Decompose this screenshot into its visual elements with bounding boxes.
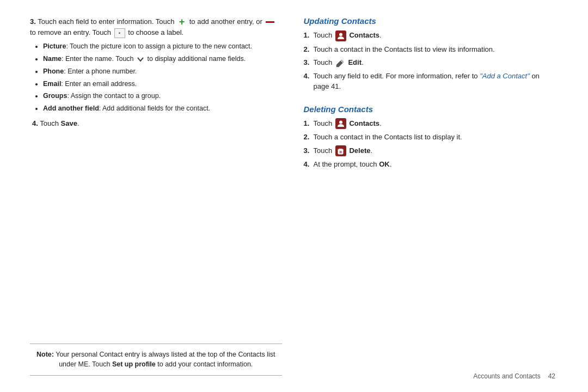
bullet-phone-label: Phone	[43, 68, 64, 75]
bullet-name: Name: Enter the name. Touch to display a…	[43, 54, 282, 64]
step3-para: 3. Touch each field to enter information…	[30, 16, 282, 38]
contacts-icon-1	[335, 30, 346, 41]
updating-title: Updating Contacts	[304, 16, 556, 26]
minus-icon	[266, 21, 274, 23]
bullet-add-field-label: Add another field	[43, 105, 99, 112]
step3-number: 3.	[30, 17, 36, 26]
deleting-delete-label: Delete	[349, 146, 370, 155]
step4-number: 4.	[32, 119, 38, 127]
updating-step4-content: Touch any field to edit. For more inform…	[314, 71, 556, 92]
bullet-picture-label: Picture	[43, 42, 66, 50]
left-column: 3. Touch each field to enter information…	[30, 16, 282, 376]
deleting-step2: 2. Touch a contact in the Contacts list …	[304, 132, 556, 143]
updating-contacts-label-1: Contacts	[349, 31, 379, 39]
page: 3. Touch each field to enter information…	[0, 0, 588, 392]
deleting-step4: 4. At the prompt, touch OK.	[304, 159, 556, 170]
plus-icon: +	[177, 17, 187, 27]
bullet-groups-label: Groups	[43, 92, 67, 100]
updating-step2: 2. Touch a contact in the Contacts list …	[304, 44, 556, 55]
updating-step4: 4. Touch any field to edit. For more inf…	[304, 71, 556, 92]
footer-label: Accounts and Contacts	[473, 372, 540, 380]
add-contact-link: "Add a Contact"	[480, 72, 530, 80]
updating-step1: 1. Touch Contacts.	[304, 30, 556, 41]
deleting-ok-label: OK	[379, 160, 390, 168]
deleting-step4-content: At the prompt, touch OK.	[314, 159, 556, 170]
step4-para: 4. Touch Save.	[32, 118, 282, 129]
deleting-section: Deleting Contacts 1. Touch Contacts.	[304, 105, 556, 173]
svg-marker-1	[336, 60, 344, 67]
note-setup-label: Set up profile	[112, 360, 156, 368]
footer-page: 42	[548, 372, 555, 380]
bullet-name-label: Name	[43, 55, 62, 63]
updating-step3-num: 3.	[304, 57, 311, 68]
updating-step2-content: Touch a contact in the Contacts list to …	[314, 44, 556, 55]
updating-step2-num: 2.	[304, 44, 311, 55]
contacts-icon-2	[335, 118, 346, 129]
deleting-step3-content: Touch	[314, 145, 556, 157]
footer: Accounts and Contacts 42	[473, 372, 555, 380]
deleting-step3: 3. Touch	[304, 145, 556, 157]
svg-point-3	[339, 121, 342, 124]
deleting-step1: 1. Touch Contacts.	[304, 118, 556, 130]
updating-edit-label: Edit	[348, 58, 362, 66]
step4-save-label: Save	[61, 119, 77, 127]
svg-rect-6	[339, 150, 342, 154]
deleting-step1-content: Touch Contacts.	[314, 118, 556, 130]
edit-icon	[335, 58, 345, 68]
deleting-step1-num: 1.	[304, 118, 311, 129]
deleting-step4-num: 4.	[304, 159, 311, 170]
svg-point-0	[339, 33, 342, 36]
note-label: Note:	[36, 351, 54, 358]
bullet-phone: Phone: Enter a phone number.	[43, 66, 282, 77]
deleting-step2-num: 2.	[304, 132, 311, 143]
updating-step3: 3. Touch Edit.	[304, 57, 556, 68]
deleting-title: Deleting Contacts	[304, 105, 556, 114]
bullet-list: Picture: Touch the picture icon to assig…	[30, 41, 282, 114]
bullet-picture: Picture: Touch the picture icon to assig…	[43, 41, 282, 52]
bullet-email-label: Email	[43, 80, 61, 88]
updating-step1-num: 1.	[304, 30, 311, 41]
updating-section: Updating Contacts 1. Touch Contacts.	[304, 16, 556, 95]
bullet-add-field: Add another field: Add additional fields…	[43, 103, 282, 114]
label-icon: ▪	[114, 28, 125, 38]
updating-step1-content: Touch Contacts.	[314, 30, 556, 41]
delete-icon	[335, 145, 346, 156]
left-content: 3. Touch each field to enter information…	[30, 16, 282, 338]
right-column: Updating Contacts 1. Touch Contacts.	[304, 16, 556, 376]
deleting-step2-content: Touch a contact in the Contacts list to …	[314, 132, 556, 143]
note-text: Note: Your personal Contact entry is alw…	[30, 350, 282, 370]
deleting-step3-num: 3.	[304, 145, 311, 156]
chevron-down-icon	[137, 57, 144, 62]
deleting-contacts-label: Contacts	[349, 119, 379, 127]
bullet-email: Email: Enter an email address.	[43, 79, 282, 89]
updating-step4-num: 4.	[304, 71, 311, 82]
bullet-groups: Groups: Assign the contact to a group.	[43, 91, 282, 101]
note-box: Note: Your personal Contact entry is alw…	[30, 344, 282, 376]
updating-step3-content: Touch Edit.	[314, 57, 556, 68]
